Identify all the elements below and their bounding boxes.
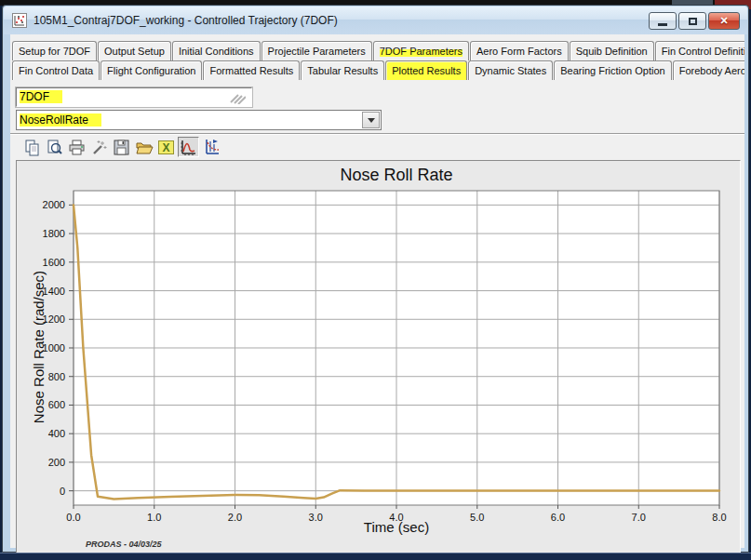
close-icon: ✕ [719, 15, 728, 27]
dropdown-button[interactable] [362, 112, 380, 128]
plot-button[interactable] [178, 137, 199, 157]
open-button[interactable] [133, 137, 154, 157]
plot-format-icon [202, 138, 221, 156]
footer-note: PRODAS - 04/03/25 [86, 540, 162, 549]
plot-icon [180, 139, 197, 156]
background-bottom-strip [0, 553, 751, 560]
tab-squib-definition[interactable]: Squib Definition [570, 41, 654, 60]
export-excel-button[interactable]: X [155, 137, 177, 157]
close-button[interactable]: ✕ [708, 12, 740, 30]
plot-format-button[interactable] [200, 137, 221, 157]
svg-text:200: 200 [48, 457, 65, 468]
plot-name-input[interactable]: 7DOF [16, 87, 252, 107]
chevron-down-icon [368, 118, 375, 123]
screen: 105M1_Contraj7DOF_working - Controlled T… [0, 0, 751, 560]
x-axis-label: Time (sec) [74, 519, 719, 535]
tab-fin-control-data[interactable]: Fin Control Data [12, 60, 100, 80]
svg-text:0: 0 [60, 486, 65, 497]
maximize-button[interactable] [678, 12, 706, 30]
maximize-icon [689, 18, 697, 25]
variable-value: NoseRollRate [20, 113, 101, 127]
variable-select[interactable]: NoseRollRate [16, 110, 382, 130]
export-excel-icon: X [158, 140, 174, 154]
svg-text:800: 800 [48, 371, 65, 382]
client-area: Setup for 7DOF Output Setup Initial Cond… [10, 34, 744, 548]
svg-text:600: 600 [48, 399, 65, 410]
tab-aero-form-factors[interactable]: Aero Form Factors [470, 41, 569, 60]
tab-row-1: Setup for 7DOF Output Setup Initial Cond… [12, 41, 744, 60]
tab-projectile-parameters[interactable]: Projectile Parameters [262, 41, 372, 60]
tab-7dof-parameters[interactable]: 7DOF Parameters [373, 41, 469, 60]
tab-row-2: Fin Control Data Flight Configuration Fo… [12, 60, 744, 80]
minimize-icon [658, 23, 667, 26]
toolbar: X [21, 137, 221, 159]
save-button[interactable] [111, 137, 132, 157]
plot-svg: 0.01.02.03.04.05.06.07.08.00200400600800… [17, 161, 742, 554]
copy-button[interactable] [21, 137, 43, 157]
copy-icon [23, 139, 41, 156]
minimize-button[interactable] [649, 12, 677, 30]
tab-setup-for-7dof[interactable]: Setup for 7DOF [12, 41, 97, 60]
tab-fin-control-definition[interactable]: Fin Control Definition [655, 41, 744, 60]
hatch-icon [229, 91, 246, 104]
svg-text:400: 400 [48, 428, 65, 439]
tab-tabular-results[interactable]: Tabular Results [301, 60, 384, 80]
plot-name-value: 7DOF [20, 90, 62, 103]
tab-flight-configuration[interactable]: Flight Configuration [101, 60, 202, 80]
print-button[interactable] [66, 137, 87, 157]
tab-output-setup[interactable]: Output Setup [98, 41, 171, 60]
tab-plotted-results[interactable]: Plotted Results [385, 60, 467, 80]
tab-forebody-aeros[interactable]: Forebody Aeros [673, 60, 744, 80]
tab-formatted-results[interactable]: Formatted Results [203, 60, 300, 80]
wand-button[interactable] [88, 137, 110, 157]
wand-icon [90, 139, 108, 156]
app-icon [12, 13, 27, 28]
print-icon [68, 139, 86, 156]
print-preview-icon [46, 139, 63, 156]
save-icon [113, 139, 130, 156]
app-window: 105M1_Contraj7DOF_working - Controlled T… [2, 5, 749, 553]
tab-initial-conditions[interactable]: Initial Conditions [172, 41, 261, 60]
window-title: 105M1_Contraj7DOF_working - Controlled T… [34, 14, 338, 27]
toolbar-separator [10, 133, 744, 135]
print-preview-button[interactable] [44, 137, 65, 157]
chart-panel: Nose Roll Rate 0.01.02.03.04.05.06.07.08… [16, 160, 741, 553]
titlebar[interactable]: 105M1_Contraj7DOF_working - Controlled T… [4, 7, 747, 34]
open-folder-icon [135, 139, 154, 156]
tab-bearing-friction-option[interactable]: Bearing Friction Option [554, 60, 672, 80]
tab-dynamic-states[interactable]: Dynamic States [468, 60, 553, 80]
y-axis-label: Nose Roll Rate (rad/sec) [31, 207, 49, 487]
